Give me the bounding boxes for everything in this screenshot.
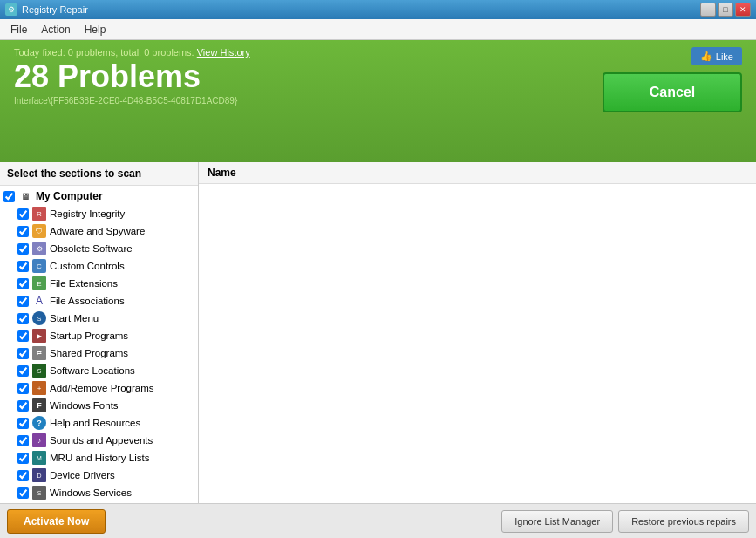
fonts-icon: F bbox=[32, 398, 46, 412]
list-item[interactable]: ▶Startup Programs bbox=[0, 327, 198, 344]
ignore-list-manager-button[interactable]: Ignore List Manager bbox=[501, 510, 613, 533]
list-item-checkbox[interactable] bbox=[17, 226, 29, 237]
list-item-checkbox[interactable] bbox=[17, 365, 29, 377]
file-assoc-icon: A bbox=[32, 294, 46, 308]
title-bar-buttons: ─ □ ✕ bbox=[700, 3, 751, 17]
list-item-checkbox[interactable] bbox=[17, 330, 29, 342]
menu-action[interactable]: Action bbox=[34, 21, 77, 38]
minimize-button[interactable]: ─ bbox=[700, 3, 716, 17]
list-item-checkbox[interactable] bbox=[17, 470, 29, 481]
list-item-checkbox[interactable] bbox=[17, 313, 29, 324]
menu-help[interactable]: Help bbox=[78, 21, 113, 38]
services-icon: S bbox=[32, 486, 46, 500]
right-panel-content bbox=[199, 184, 756, 503]
list-item-checkbox[interactable] bbox=[17, 383, 29, 394]
cancel-button[interactable]: Cancel bbox=[603, 72, 742, 112]
start-icon: S bbox=[32, 311, 46, 325]
list-item-checkbox[interactable] bbox=[17, 348, 29, 359]
list-item[interactable]: CCustom Controls bbox=[0, 257, 198, 275]
list-item-label: Windows Services bbox=[50, 487, 132, 498]
list-item[interactable]: SStart Menu bbox=[0, 310, 198, 327]
list-item-checkbox[interactable] bbox=[17, 296, 29, 307]
list-item[interactable]: SWindows Services bbox=[0, 484, 198, 501]
window-title: Registry Repair bbox=[22, 4, 700, 15]
list-item-label: File Extensions bbox=[50, 278, 118, 289]
list-item[interactable]: 🖥My Computer bbox=[0, 187, 198, 205]
list-item-label: Software Locations bbox=[50, 365, 135, 376]
registry-icon: R bbox=[32, 207, 46, 221]
left-panel-list: 🖥My ComputerRRegistry Integrity🛡Adware a… bbox=[0, 186, 198, 503]
list-item[interactable]: +Add/Remove Programs bbox=[0, 379, 198, 397]
list-item[interactable]: SSoftware Locations bbox=[0, 362, 198, 379]
restore-repairs-button[interactable]: Restore previous repairs bbox=[618, 510, 749, 533]
list-item-label: Help and Resources bbox=[50, 418, 140, 428]
adware-icon: 🛡 bbox=[32, 224, 46, 238]
file-ext-icon: E bbox=[32, 276, 46, 290]
list-item-label: Start Menu bbox=[50, 313, 99, 323]
list-item-checkbox[interactable] bbox=[17, 453, 29, 464]
app-icon: ⚙ bbox=[5, 3, 17, 16]
list-item[interactable]: ♪Sounds and Appevents bbox=[0, 432, 198, 449]
thumbs-up-icon: 👍 bbox=[700, 51, 712, 62]
header-area: Today fixed: 0 problems, total: 0 proble… bbox=[0, 40, 756, 162]
list-item-checkbox[interactable] bbox=[17, 278, 29, 289]
list-item-checkbox[interactable] bbox=[17, 435, 29, 446]
close-button[interactable]: ✕ bbox=[735, 3, 751, 17]
obsolete-icon: ⚙ bbox=[32, 242, 46, 255]
list-item[interactable]: ⚙Obsolete Software bbox=[0, 240, 198, 257]
list-item[interactable]: ⇄Shared Programs bbox=[0, 344, 198, 362]
mru-icon: M bbox=[32, 451, 46, 465]
list-item-label: Adware and Spyware bbox=[50, 226, 145, 236]
left-panel-header: Select the sections to scan bbox=[0, 162, 198, 186]
main-body: Select the sections to scan 🖥My Computer… bbox=[0, 162, 756, 503]
list-item[interactable]: 🛡Adware and Spyware bbox=[0, 222, 198, 240]
list-item-label: Registry Integrity bbox=[50, 208, 125, 219]
list-item-label: Device Drivers bbox=[50, 470, 115, 480]
right-panel-header: Name bbox=[199, 162, 756, 184]
list-item-checkbox[interactable] bbox=[17, 418, 29, 429]
list-item[interactable]: ?Help and Resources bbox=[0, 414, 198, 432]
like-button[interactable]: 👍 Like bbox=[691, 47, 742, 65]
list-item[interactable]: MMRU and History Lists bbox=[0, 449, 198, 466]
list-item-checkbox[interactable] bbox=[17, 261, 29, 272]
drivers-icon: D bbox=[32, 468, 46, 482]
bottom-bar: Activate Now Ignore List Manager Restore… bbox=[0, 503, 756, 538]
computer-icon: 🖥 bbox=[18, 189, 32, 203]
startup-icon: ▶ bbox=[32, 329, 46, 343]
list-item-label: Custom Controls bbox=[50, 261, 125, 271]
help-icon: ? bbox=[32, 416, 46, 430]
list-item-label: Sounds and Appevents bbox=[50, 435, 153, 446]
software-icon: S bbox=[32, 364, 46, 378]
list-item-checkbox[interactable] bbox=[3, 191, 15, 202]
list-item-label: Startup Programs bbox=[50, 330, 128, 341]
sounds-icon: ♪ bbox=[32, 433, 46, 447]
header-right: 👍 Like Cancel bbox=[603, 47, 742, 112]
menu-file[interactable]: File bbox=[3, 21, 34, 38]
list-item[interactable]: RRegistry Integrity bbox=[0, 205, 198, 222]
list-item-label: Shared Programs bbox=[50, 348, 128, 358]
view-history-link[interactable]: View History bbox=[197, 47, 250, 58]
custom-icon: C bbox=[32, 259, 46, 273]
list-item[interactable]: EFile Extensions bbox=[0, 275, 198, 292]
list-item-checkbox[interactable] bbox=[17, 487, 29, 499]
menu-bar: File Action Help bbox=[0, 19, 756, 40]
list-item-label: My Computer bbox=[36, 190, 103, 202]
list-item[interactable]: DDevice Drivers bbox=[0, 466, 198, 484]
maximize-button[interactable]: □ bbox=[718, 3, 733, 17]
list-item-label: Windows Fonts bbox=[50, 400, 119, 411]
shared-icon: ⇄ bbox=[32, 346, 46, 360]
left-panel: Select the sections to scan 🖥My Computer… bbox=[0, 162, 199, 503]
list-item[interactable]: FWindows Fonts bbox=[0, 397, 198, 414]
list-item-label: File Associations bbox=[50, 296, 125, 306]
list-item[interactable]: VVirtual Devices bbox=[0, 501, 198, 503]
addremove-icon: + bbox=[32, 381, 46, 395]
list-item-checkbox[interactable] bbox=[17, 243, 29, 255]
right-panel: Name bbox=[199, 162, 756, 503]
list-item-label: MRU and History Lists bbox=[50, 453, 149, 463]
list-item-label: Obsolete Software bbox=[50, 243, 133, 254]
title-bar: ⚙ Registry Repair ─ □ ✕ bbox=[0, 0, 756, 19]
activate-button[interactable]: Activate Now bbox=[7, 509, 106, 534]
list-item[interactable]: AFile Associations bbox=[0, 292, 198, 310]
list-item-checkbox[interactable] bbox=[17, 208, 29, 220]
list-item-checkbox[interactable] bbox=[17, 400, 29, 412]
